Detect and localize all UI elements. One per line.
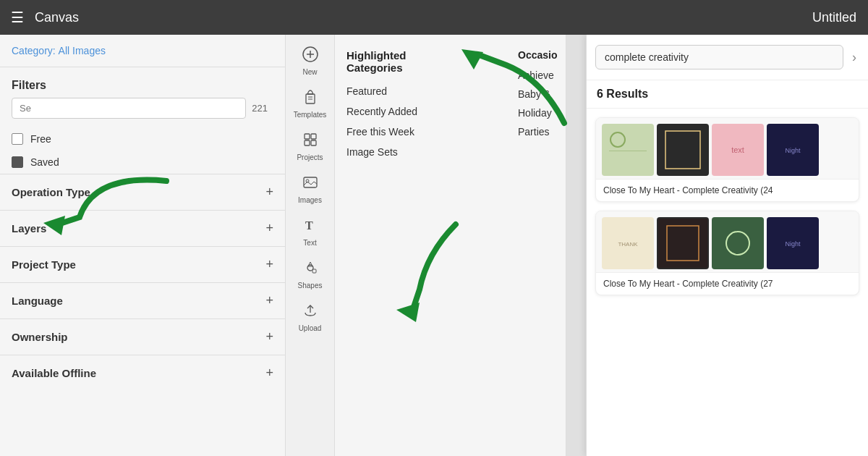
nav-templates-label: Templates: [294, 111, 327, 119]
ownership-title: Ownership: [12, 331, 68, 343]
operation-type-expand[interactable]: +: [265, 185, 273, 200]
document-title[interactable]: Untitled: [812, 10, 868, 25]
images-icon: [302, 174, 318, 194]
result-label-1: Close To My Heart - Complete Creativity …: [596, 179, 859, 201]
results-search-input[interactable]: [595, 45, 843, 69]
result-card-2[interactable]: THANK Night Close To My Heart - Complete…: [595, 211, 859, 295]
nav-new[interactable]: New: [289, 41, 332, 82]
occasion-holiday[interactable]: Holiday: [518, 107, 567, 119]
thumb-2-3: [712, 217, 764, 269]
results-search-bar: ›: [587, 35, 868, 80]
occasion-achieve[interactable]: Achieve: [518, 69, 567, 81]
upload-icon: [302, 303, 318, 322]
nav-projects-label: Projects: [297, 153, 323, 161]
result-card-1[interactable]: text Night Close To My Heart - Complete …: [595, 117, 859, 202]
menu-icon[interactable]: ☰: [0, 9, 35, 26]
saved-checkbox[interactable]: [12, 156, 23, 168]
category-label: Category:: [12, 45, 56, 56]
nav-projects[interactable]: Projects: [289, 126, 332, 167]
nav-shapes-label: Shapes: [298, 282, 323, 290]
svg-rect-29: [713, 219, 762, 268]
canvas-title: Canvas: [35, 10, 79, 25]
svg-text:text: text: [731, 145, 744, 154]
free-checkbox[interactable]: [12, 133, 23, 145]
new-icon: [302, 46, 318, 66]
svg-rect-16: [603, 125, 652, 174]
nav-images[interactable]: Images: [289, 169, 332, 210]
results-close-icon[interactable]: ›: [849, 47, 859, 68]
svg-text:Night: Night: [785, 147, 801, 154]
available-offline-title: Available Offline: [12, 367, 96, 379]
category-bar: Category: All Images: [0, 35, 285, 67]
language-section[interactable]: Language +: [0, 282, 285, 318]
occasions-column: Occasio Achieve Baby & Holiday Parties: [506, 35, 579, 159]
free-label: Free: [30, 133, 51, 145]
count-badge: 221: [252, 103, 273, 114]
language-title: Language: [12, 295, 63, 307]
search-row: 221: [0, 98, 285, 127]
nav-text[interactable]: T Text: [289, 211, 332, 253]
svg-text:T: T: [305, 219, 313, 232]
nav-sidebar: New Templates Projects Images T Text Sha…: [286, 35, 335, 456]
nav-new-label: New: [302, 68, 317, 76]
free-checkbox-row[interactable]: Free: [0, 127, 285, 151]
top-bar: ☰ Canvas Untitled: [0, 0, 868, 35]
language-expand[interactable]: +: [265, 293, 273, 308]
svg-rect-9: [311, 140, 316, 145]
operation-type-title: Operation Type: [12, 186, 90, 198]
shapes-icon: [302, 260, 318, 279]
category-value[interactable]: All Images: [59, 45, 106, 56]
filters-panel: Category: All Images Filters 221 Free Sa…: [0, 35, 286, 456]
available-offline-expand[interactable]: +: [265, 366, 273, 381]
layers-expand[interactable]: +: [265, 221, 273, 236]
svg-rect-14: [312, 269, 316, 273]
nav-images-label: Images: [298, 196, 322, 204]
nav-text-label: Text: [303, 239, 316, 247]
ownership-expand[interactable]: +: [265, 329, 273, 345]
thumb-2-1: THANK: [602, 217, 654, 269]
projects-icon: [302, 132, 318, 151]
thumb-1-1: [602, 124, 654, 176]
result-images-1: text Night: [596, 118, 859, 179]
occasions-title: Occasio: [518, 49, 567, 61]
result-images-2: THANK Night: [596, 211, 859, 272]
nav-templates[interactable]: Templates: [289, 83, 332, 124]
thumb-1-2: [657, 124, 709, 176]
nav-upload[interactable]: Upload: [289, 297, 332, 338]
saved-checkbox-row[interactable]: Saved: [0, 151, 285, 174]
search-input[interactable]: [12, 98, 246, 119]
svg-rect-8: [305, 140, 310, 145]
result-label-2: Close To My Heart - Complete Creativity …: [596, 272, 859, 295]
occasion-baby[interactable]: Baby &: [518, 88, 567, 100]
svg-rect-18: [609, 151, 647, 151]
svg-text:THANK: THANK: [618, 241, 638, 248]
results-panel: › 6 Results text Night Close To My Heart…: [586, 35, 868, 456]
svg-rect-7: [311, 134, 316, 139]
occasion-parties[interactable]: Parties: [518, 126, 567, 138]
ownership-section[interactable]: Ownership +: [0, 318, 285, 355]
svg-rect-6: [305, 134, 310, 139]
filters-header: Filters: [0, 67, 285, 98]
results-count: 6 Results: [587, 80, 868, 109]
project-type-section[interactable]: Project Type +: [0, 246, 285, 282]
available-offline-section[interactable]: Available Offline +: [0, 355, 285, 391]
thumb-2-2: [657, 217, 709, 269]
layers-section[interactable]: Layers +: [0, 210, 285, 246]
text-icon: T: [302, 217, 318, 237]
project-type-expand[interactable]: +: [265, 257, 273, 272]
nav-shapes[interactable]: Shapes: [289, 254, 332, 295]
templates-icon: [302, 89, 318, 109]
project-type-title: Project Type: [12, 258, 76, 271]
operation-type-section[interactable]: Operation Type +: [0, 174, 285, 210]
svg-text:Night: Night: [785, 240, 801, 248]
thumb-2-4: Night: [767, 217, 819, 269]
layers-title: Layers: [12, 222, 46, 235]
thumb-1-3: text: [712, 124, 764, 176]
nav-upload-label: Upload: [299, 324, 322, 332]
saved-label: Saved: [30, 156, 59, 168]
thumb-1-4: Night: [767, 124, 819, 176]
